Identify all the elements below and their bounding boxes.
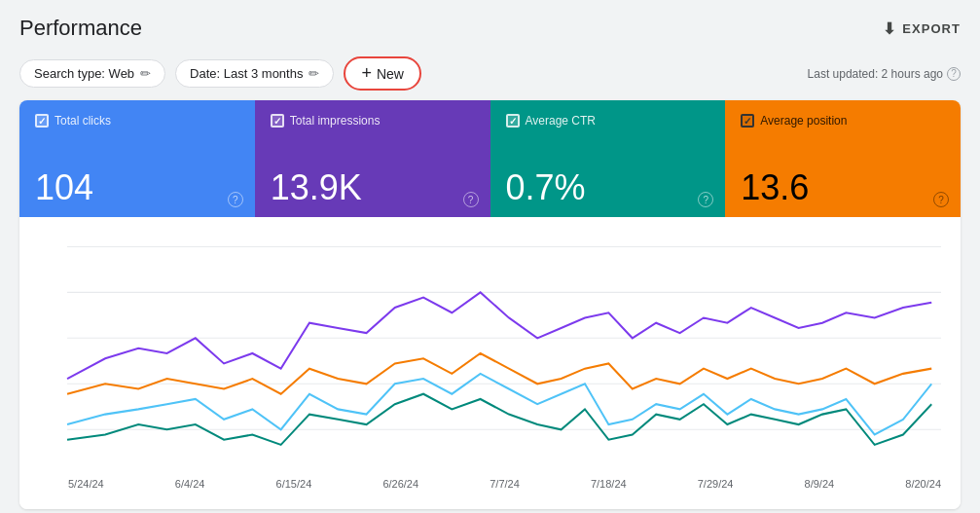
- metrics-row: Total clicks 104 ? Total impressions 13.…: [19, 100, 961, 217]
- average-ctr-label: Average CTR: [506, 114, 710, 128]
- new-filter-button[interactable]: + New: [344, 56, 421, 91]
- x-label-3: 6/26/24: [382, 478, 418, 490]
- last-updated-info-icon[interactable]: ?: [947, 67, 961, 81]
- chart-area: 5/24/24 6/4/24 6/15/24 6/26/24 7/7/24 7/…: [19, 217, 961, 509]
- x-label-4: 7/7/24: [490, 478, 520, 490]
- export-label: EXPORT: [902, 21, 961, 36]
- x-label-5: 7/18/24: [591, 478, 627, 490]
- x-axis-labels: 5/24/24 6/4/24 6/15/24 6/26/24 7/7/24 7/…: [29, 474, 941, 490]
- average-position-label: Average position: [741, 114, 945, 128]
- total-clicks-checkbox[interactable]: [35, 114, 49, 128]
- main-card: Total clicks 104 ? Total impressions 13.…: [19, 100, 961, 509]
- search-type-label: Search type: Web: [34, 66, 134, 81]
- total-impressions-text: Total impressions: [290, 114, 381, 128]
- total-impressions-value: 13.9K: [271, 170, 475, 205]
- metric-average-position[interactable]: Average position 13.6 ?: [725, 100, 961, 217]
- x-label-2: 6/15/24: [276, 478, 312, 490]
- x-label-0: 5/24/24: [68, 478, 104, 490]
- search-type-filter[interactable]: Search type: Web ✏: [19, 59, 165, 88]
- average-ctr-text: Average CTR: [526, 114, 596, 128]
- total-clicks-text: Total clicks: [54, 114, 111, 128]
- last-updated: Last updated: 2 hours ago ?: [808, 67, 961, 81]
- total-impressions-help-icon[interactable]: ?: [463, 192, 479, 207]
- header: Performance ⬇ EXPORT: [0, 0, 980, 51]
- average-ctr-value: 0.7%: [506, 170, 710, 205]
- x-label-8: 8/20/24: [905, 478, 941, 490]
- new-button-label: New: [377, 66, 404, 82]
- total-impressions-checkbox[interactable]: [271, 114, 284, 128]
- page-title: Performance: [19, 16, 142, 41]
- search-type-edit-icon: ✏: [140, 66, 151, 81]
- total-clicks-value: 104: [35, 170, 239, 205]
- plus-icon: +: [361, 63, 372, 84]
- page-wrapper: Performance ⬇ EXPORT Search type: Web ✏ …: [0, 0, 980, 509]
- x-label-1: 6/4/24: [175, 478, 205, 490]
- x-label-7: 8/9/24: [805, 478, 835, 490]
- performance-chart: [29, 237, 941, 470]
- last-updated-text: Last updated: 2 hours ago: [808, 67, 943, 81]
- filters-bar: Search type: Web ✏ Date: Last 3 months ✏…: [0, 51, 980, 100]
- metric-total-clicks[interactable]: Total clicks 104 ?: [19, 100, 255, 217]
- export-button[interactable]: ⬇ EXPORT: [883, 19, 961, 38]
- average-ctr-checkbox[interactable]: [506, 114, 520, 128]
- total-clicks-label: Total clicks: [35, 114, 239, 128]
- average-position-help-icon[interactable]: ?: [933, 192, 949, 207]
- average-ctr-help-icon[interactable]: ?: [698, 192, 713, 207]
- total-clicks-help-icon[interactable]: ?: [228, 192, 243, 207]
- metric-average-ctr[interactable]: Average CTR 0.7% ?: [490, 100, 726, 217]
- metric-total-impressions[interactable]: Total impressions 13.9K ?: [255, 100, 490, 217]
- total-impressions-label: Total impressions: [271, 114, 475, 128]
- average-position-checkbox[interactable]: [741, 114, 754, 128]
- date-range-filter[interactable]: Date: Last 3 months ✏: [175, 59, 334, 88]
- date-range-edit-icon: ✏: [309, 66, 319, 81]
- average-position-text: Average position: [760, 114, 847, 128]
- download-icon: ⬇: [883, 19, 896, 38]
- x-label-6: 7/29/24: [698, 478, 734, 490]
- date-range-label: Date: Last 3 months: [190, 66, 303, 81]
- average-position-value: 13.6: [741, 170, 945, 205]
